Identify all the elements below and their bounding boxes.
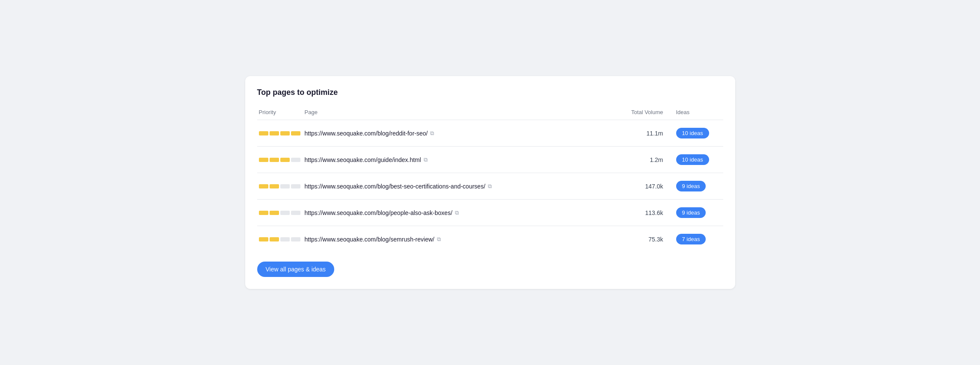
priority-cell	[257, 226, 305, 253]
ideas-cell: 9 ideas	[672, 200, 723, 226]
page-link[interactable]: https://www.seoquake.com/blog/semrush-re…	[305, 236, 599, 243]
priority-bar	[270, 237, 279, 241]
table-row: https://www.seoquake.com/blog/reddit-for…	[257, 120, 723, 147]
volume-cell: 75.3k	[603, 226, 672, 253]
page-link[interactable]: https://www.seoquake.com/guide/index.htm…	[305, 156, 599, 163]
col-header-volume: Total Volume	[603, 105, 672, 120]
volume-cell: 113.6k	[603, 200, 672, 226]
priority-bars	[259, 237, 300, 241]
ideas-badge[interactable]: 10 ideas	[676, 154, 709, 165]
top-pages-card: Top pages to optimize Priority Page Tota…	[245, 76, 735, 289]
page-url: https://www.seoquake.com/blog/best-seo-c…	[305, 183, 486, 190]
page-cell: https://www.seoquake.com/guide/index.htm…	[305, 147, 603, 173]
priority-bars	[259, 158, 300, 162]
table-row: https://www.seoquake.com/blog/best-seo-c…	[257, 173, 723, 200]
page-url: https://www.seoquake.com/blog/reddit-for…	[305, 130, 428, 137]
page-url: https://www.seoquake.com/blog/semrush-re…	[305, 236, 434, 243]
priority-bar	[291, 184, 300, 188]
view-all-button[interactable]: View all pages & ideas	[257, 262, 335, 277]
ideas-cell: 10 ideas	[672, 120, 723, 147]
col-header-page: Page	[305, 105, 603, 120]
priority-bars	[259, 211, 300, 215]
external-link-icon: ⧉	[437, 236, 441, 243]
priority-bars	[259, 131, 300, 135]
external-link-icon: ⧉	[488, 183, 492, 190]
priority-bar	[259, 211, 268, 215]
ideas-badge[interactable]: 10 ideas	[676, 128, 709, 138]
priority-cell	[257, 173, 305, 200]
priority-bar	[291, 237, 300, 241]
ideas-cell: 7 ideas	[672, 226, 723, 253]
volume-cell: 11.1m	[603, 120, 672, 147]
ideas-badge[interactable]: 9 ideas	[676, 207, 706, 218]
priority-bar	[280, 184, 290, 188]
ideas-cell: 9 ideas	[672, 173, 723, 200]
page-link[interactable]: https://www.seoquake.com/blog/best-seo-c…	[305, 183, 599, 190]
priority-bar	[270, 131, 279, 135]
priority-bar	[280, 158, 290, 162]
ideas-badge[interactable]: 7 ideas	[676, 234, 706, 244]
page-cell: https://www.seoquake.com/blog/semrush-re…	[305, 226, 603, 253]
page-cell: https://www.seoquake.com/blog/reddit-for…	[305, 120, 603, 147]
card-title: Top pages to optimize	[257, 88, 723, 97]
priority-bar	[259, 131, 268, 135]
col-header-ideas: Ideas	[672, 105, 723, 120]
page-url: https://www.seoquake.com/blog/people-als…	[305, 209, 453, 216]
table-row: https://www.seoquake.com/blog/semrush-re…	[257, 226, 723, 253]
page-link[interactable]: https://www.seoquake.com/blog/reddit-for…	[305, 130, 599, 137]
priority-cell	[257, 120, 305, 147]
external-link-icon: ⧉	[455, 209, 459, 216]
priority-bars	[259, 184, 300, 188]
table-row: https://www.seoquake.com/blog/people-als…	[257, 200, 723, 226]
external-link-icon: ⧉	[424, 156, 428, 163]
priority-bar	[291, 131, 300, 135]
priority-bar	[291, 211, 300, 215]
volume-cell: 147.0k	[603, 173, 672, 200]
priority-bar	[280, 237, 290, 241]
priority-bar	[259, 158, 268, 162]
page-cell: https://www.seoquake.com/blog/best-seo-c…	[305, 173, 603, 200]
priority-bar	[291, 158, 300, 162]
priority-bar	[270, 184, 279, 188]
priority-bar	[270, 158, 279, 162]
priority-bar	[280, 131, 290, 135]
pages-table: Priority Page Total Volume Ideas https:/…	[257, 105, 723, 252]
page-cell: https://www.seoquake.com/blog/people-als…	[305, 200, 603, 226]
page-link[interactable]: https://www.seoquake.com/blog/people-als…	[305, 209, 599, 216]
ideas-cell: 10 ideas	[672, 147, 723, 173]
table-row: https://www.seoquake.com/guide/index.htm…	[257, 147, 723, 173]
priority-bar	[270, 211, 279, 215]
priority-cell	[257, 147, 305, 173]
volume-cell: 1.2m	[603, 147, 672, 173]
priority-bar	[259, 184, 268, 188]
priority-bar	[280, 211, 290, 215]
priority-cell	[257, 200, 305, 226]
col-header-priority: Priority	[257, 105, 305, 120]
page-url: https://www.seoquake.com/guide/index.htm…	[305, 156, 421, 163]
external-link-icon: ⧉	[430, 130, 434, 137]
priority-bar	[259, 237, 268, 241]
ideas-badge[interactable]: 9 ideas	[676, 181, 706, 191]
